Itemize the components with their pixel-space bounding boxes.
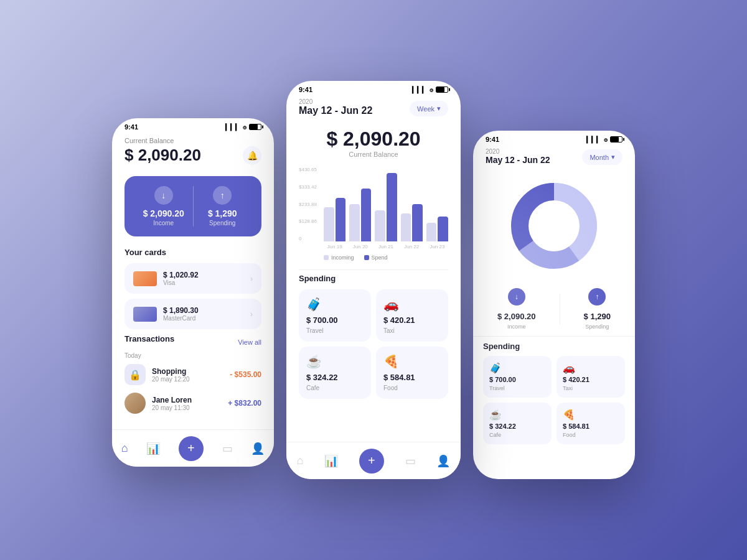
spend-amount: $ 1,290	[208, 208, 237, 218]
y-label-2: $333.42	[299, 184, 317, 190]
transaction-jane: Jane Loren 20 may 11:30 + $832.00	[125, 393, 261, 414]
status-bar-center: 9:41 ▎▎▎ ⌾	[286, 81, 461, 96]
today-label: Today	[125, 352, 261, 359]
phone-center: 9:41 ▎▎▎ ⌾ 2020 May 12 - Jun 22 Week ▾ $…	[286, 81, 461, 479]
period-selector-right[interactable]: Month ▾	[582, 149, 622, 165]
phones-container: 9:41 ▎▎▎ ⌾ Current Balance $ 2,090.20 🔔 …	[112, 81, 635, 479]
spending-food-r[interactable]: 🍕 $ 584.81 Food	[557, 403, 625, 444]
notification-icon[interactable]: 🔔	[243, 146, 261, 165]
bar-spend-1	[336, 198, 346, 241]
card-visa[interactable]: $ 1,020.92 Visa ›	[125, 263, 261, 294]
date-info-center: 2020 May 12 - Jun 22	[299, 98, 372, 116]
spending-travel[interactable]: 🧳 $ 700.00 Travel	[299, 289, 371, 342]
time-right: 9:41	[486, 136, 499, 143]
y-label-4: $128.86	[299, 218, 317, 224]
legend-spend-label: Spend	[372, 254, 388, 261]
transactions-header: Transactions View all	[125, 334, 261, 350]
spending-grid-center: 🧳 $ 700.00 Travel 🚗 $ 420.21 Taxi ☕ $ 32…	[299, 289, 448, 399]
bars-container	[324, 167, 448, 241]
nav-card-c[interactable]: ▭	[405, 454, 416, 468]
balance-label-left: Current Balance	[125, 137, 201, 144]
nav-home-c[interactable]: ⌂	[297, 454, 304, 467]
status-bar-left: 9:41 ▎▎▎ ⌾	[112, 118, 274, 133]
nav-chart[interactable]: 📊	[146, 442, 160, 455]
taxi-icon-r: 🚗	[563, 362, 619, 374]
battery-icon-r	[610, 136, 622, 142]
chevron-visa: ›	[250, 274, 253, 283]
income-label: Income	[153, 220, 174, 226]
cafe-label-r: Cafe	[489, 432, 545, 438]
donut-chart	[504, 176, 604, 276]
time-center: 9:41	[299, 86, 312, 93]
wifi-icon: ⌾	[243, 124, 247, 131]
taxi-label-r: Taxi	[563, 385, 619, 391]
taxi-label: Taxi	[383, 327, 441, 334]
nav-plus[interactable]: +	[179, 436, 204, 461]
mc-type: MasterCard	[163, 315, 250, 322]
nav-plus-c[interactable]: +	[359, 449, 384, 474]
spending-taxi[interactable]: 🚗 $ 420.21 Taxi	[376, 289, 448, 342]
income-spend-row-right: ↓ $ 2,090.20 Income ↑ $ 1,290 Spending	[473, 282, 635, 337]
cafe-icon: ☕	[306, 354, 364, 369]
signal-icon-r: ▎▎▎	[586, 136, 601, 143]
chevron-mc: ›	[250, 310, 253, 319]
food-amount-r: $ 584.81	[563, 422, 619, 430]
food-icon-r: 🍕	[563, 409, 619, 421]
spending-taxi-r[interactable]: 🚗 $ 420.21 Taxi	[557, 356, 625, 398]
spending-section-center: Spending 🧳 $ 700.00 Travel 🚗 $ 420.21 Ta…	[286, 274, 461, 399]
food-label-r: Food	[563, 432, 619, 438]
travel-amount-r: $ 700.00	[489, 376, 545, 383]
spending-food[interactable]: 🍕 $ 584.81 Food	[376, 347, 448, 399]
bottom-nav-left: ⌂ 📊 + ▭ 👤	[112, 429, 274, 467]
income-icon: ↓	[154, 186, 173, 205]
center-balance-label: Current Balance	[299, 151, 448, 158]
nav-user-c[interactable]: 👤	[436, 454, 450, 468]
bar-group-3	[375, 173, 397, 241]
spend-section: ↑ $ 1,290 Spending	[194, 186, 252, 226]
view-all-button[interactable]: View all	[238, 338, 261, 346]
shopping-info: Shopping 20 may 12:20	[152, 367, 230, 383]
spending-grid-right: 🧳 $ 700.00 Travel 🚗 $ 420.21 Taxi ☕ $ 32…	[483, 356, 625, 444]
spending-cafe[interactable]: ☕ $ 324.22 Cafe	[299, 347, 371, 399]
x-label-3: Jun 21	[375, 244, 397, 250]
wifi-icon-r: ⌾	[604, 136, 608, 143]
left-header: Current Balance $ 2,090.20	[125, 137, 201, 174]
jane-avatar	[125, 393, 146, 414]
bar-incoming-5	[426, 223, 437, 241]
food-amount: $ 584.81	[383, 373, 441, 382]
cafe-icon-r: ☕	[489, 409, 545, 421]
donut-center	[529, 201, 579, 251]
battery-icon-c	[436, 86, 448, 93]
x-label-1: Jun 19	[324, 244, 345, 250]
time-left: 9:41	[125, 123, 138, 131]
taxi-icon: 🚗	[383, 297, 441, 312]
bar-incoming-4	[401, 213, 411, 241]
nav-card[interactable]: ▭	[222, 442, 233, 455]
cafe-amount-r: $ 324.22	[489, 422, 545, 430]
date-info-right: 2020 May 12 - Jun 22	[486, 148, 550, 165]
bar-group-1	[324, 198, 345, 241]
bar-incoming-3	[375, 210, 385, 241]
phone-left: 9:41 ▎▎▎ ⌾ Current Balance $ 2,090.20 🔔 …	[112, 118, 274, 467]
legend-dot-incoming	[324, 255, 329, 260]
nav-user[interactable]: 👤	[251, 442, 265, 455]
shopping-icon: 🔒	[125, 364, 146, 385]
y-labels: $430.65 $333.42 $233.88 $128.86 0	[299, 167, 317, 241]
spend-label: Spending	[209, 220, 235, 226]
spending-travel-r[interactable]: 🧳 $ 700.00 Travel	[483, 356, 552, 398]
income-spend-card: ↓ $ 2,090.20 Income ↑ $ 1,290 Spending	[125, 176, 261, 236]
x-labels: Jun 19 Jun 20 Jun 21 Jun 22 Jun 23	[324, 241, 448, 250]
nav-home[interactable]: ⌂	[121, 442, 128, 455]
is-spending: ↑ $ 1,290 Spending	[584, 288, 611, 330]
spend-icon: ↑	[213, 186, 232, 205]
shopping-amount: - $535.00	[230, 370, 261, 379]
spending-cafe-r[interactable]: ☕ $ 324.22 Cafe	[483, 403, 552, 444]
card-mastercard[interactable]: $ 1,890.30 MasterCard ›	[125, 299, 261, 329]
legend-dot-spend	[364, 255, 369, 260]
nav-chart-c[interactable]: 📊	[324, 454, 338, 468]
mc-amount: $ 1,890.30	[163, 306, 250, 315]
visa-amount: $ 1,020.92	[163, 271, 250, 279]
travel-icon-r: 🧳	[489, 362, 545, 374]
period-selector-center[interactable]: Week ▾	[410, 101, 448, 116]
transactions-title: Transactions	[125, 334, 174, 343]
